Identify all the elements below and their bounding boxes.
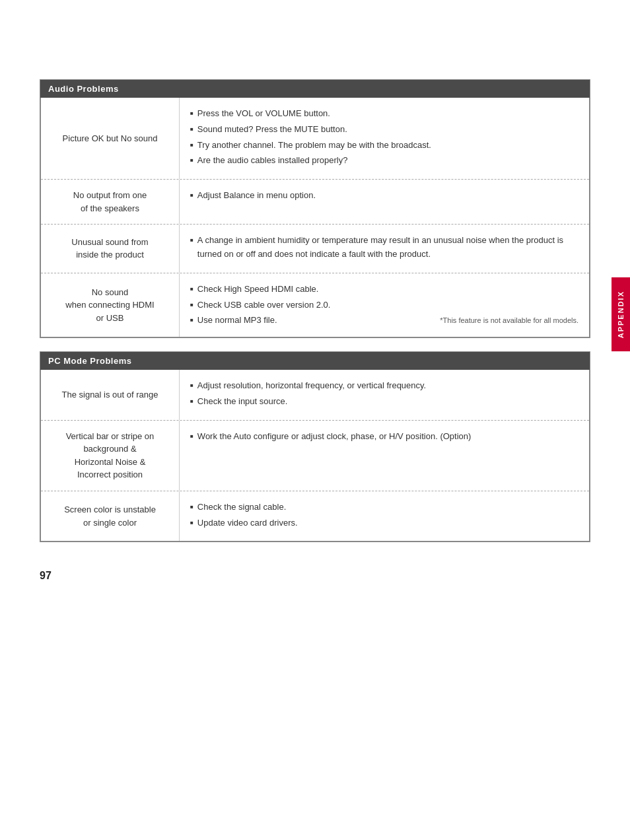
- problem-solutions: Adjust resolution, horizontal frequency,…: [180, 370, 589, 420]
- problem-label: The signal is out of range: [41, 370, 180, 420]
- problem-label: Vertical bar or stripe onbackground &Hor…: [41, 421, 180, 491]
- list-item: Use normal MP3 file.: [190, 314, 277, 328]
- problem-solutions: Press the VOL or VOLUME button. Sound mu…: [180, 98, 589, 179]
- problem-label: No output from oneof the speakers: [41, 180, 180, 224]
- pc-mode-problems-table: PC Mode Problems The signal is out of ra…: [40, 351, 590, 542]
- list-item: Update video card drivers.: [190, 516, 578, 530]
- page-wrapper: Audio Problems Picture OK but No sound P…: [0, 0, 630, 608]
- table-row: Picture OK but No sound Press the VOL or…: [41, 98, 589, 180]
- table-row: Unusual sound frominside the product A c…: [41, 225, 589, 273]
- table-row: The signal is out of range Adjust resolu…: [41, 370, 589, 421]
- list-item: Check the signal cable.: [190, 501, 578, 514]
- list-item: Adjust Balance in menu option.: [190, 189, 578, 203]
- list-item: Check High Speed HDMI cable.: [190, 283, 578, 297]
- table-row: No output from oneof the speakers Adjust…: [41, 180, 589, 225]
- list-item: Sound muted? Press the MUTE button.: [190, 123, 578, 137]
- problem-solutions: Adjust Balance in menu option.: [180, 180, 589, 224]
- audio-problems-rows: Picture OK but No sound Press the VOL or…: [40, 98, 590, 337]
- list-item: Adjust resolution, horizontal frequency,…: [190, 379, 578, 393]
- table-row: Screen color is unstableor single color …: [41, 491, 589, 542]
- appendix-label: APPENDIX: [617, 291, 625, 338]
- table-row: No soundwhen connecting HDMIor USB Check…: [41, 273, 589, 337]
- list-item: A change in ambient humidity or temperat…: [190, 234, 578, 262]
- audio-problems-table: Audio Problems Picture OK but No sound P…: [40, 79, 590, 338]
- table-row: Vertical bar or stripe onbackground &Hor…: [41, 421, 589, 491]
- list-item: Try another channel. The problem may be …: [190, 139, 578, 153]
- problem-label: Picture OK but No sound: [41, 98, 180, 179]
- pc-problems-rows: The signal is out of range Adjust resolu…: [40, 370, 590, 542]
- list-item: Work the Auto configure or adjust clock,…: [190, 430, 578, 444]
- page-number: 97: [40, 570, 52, 582]
- list-item: Check USB cable over version 2.0.: [190, 298, 578, 312]
- problem-solutions: Check the signal cable. Update video car…: [180, 491, 589, 542]
- problem-solutions: Work the Auto configure or adjust clock,…: [180, 421, 589, 491]
- list-item: Are the audio cables installed properly?: [190, 154, 578, 168]
- problem-label: Screen color is unstableor single color: [41, 491, 180, 542]
- list-item: Press the VOL or VOLUME button.: [190, 107, 578, 121]
- problem-label: No soundwhen connecting HDMIor USB: [41, 273, 180, 337]
- problem-solutions: Check High Speed HDMI cable. Check USB c…: [180, 273, 589, 337]
- audio-problems-header: Audio Problems: [40, 80, 590, 98]
- pc-problems-header: PC Mode Problems: [40, 352, 590, 370]
- solution-note: *This feature is not available for all m…: [427, 315, 578, 327]
- hdmi-last-line: Use normal MP3 file. *This feature is no…: [190, 314, 578, 328]
- problem-solutions: A change in ambient humidity or temperat…: [180, 225, 589, 273]
- list-item: Check the input source.: [190, 395, 578, 409]
- problem-label: Unusual sound frominside the product: [41, 225, 180, 273]
- sidebar-appendix: APPENDIX: [612, 277, 630, 351]
